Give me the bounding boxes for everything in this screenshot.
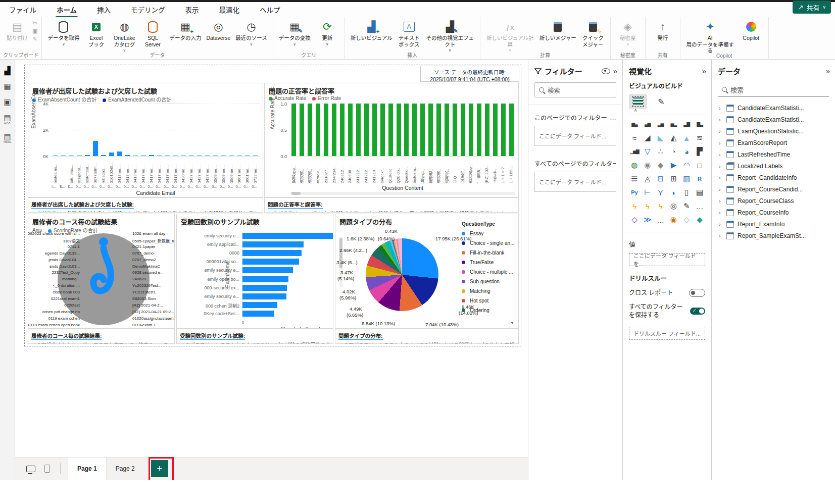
field-table-Report_ExamInfo[interactable]: ›Report_ExamInfo [712, 218, 835, 230]
gallery-kpi-icon[interactable]: ◬ [641, 174, 654, 184]
bar-0722me...[interactable] [253, 156, 258, 156]
bar-te1@bar...[interactable] [77, 156, 82, 156]
hbar-emily security e...[interactable] [242, 233, 333, 239]
rail-tmdl-view[interactable]: ▤TMDL [3, 133, 11, 144]
gallery-power-automate-icon[interactable]: ≫ [641, 215, 654, 225]
gallery-100-stacked-column-chart-icon[interactable]: ▇▃ [693, 119, 706, 129]
gallery-custom-visual-pentagon-icon[interactable]: ◇ [680, 215, 693, 225]
bar-evrgcxf..[interactable] [380, 104, 385, 156]
gallery-card-icon[interactable]: □ [693, 160, 706, 170]
gallery-azure-map-icon[interactable]: ▶ [667, 160, 680, 170]
ribbon-button-copilot[interactable]: Copilot [737, 19, 765, 42]
hbar-emily security e...[interactable] [242, 293, 286, 299]
cross-report-toggle[interactable] [689, 289, 705, 297]
bar-tutu.blac...[interactable] [69, 156, 74, 156]
bar-履修者..[interactable] [428, 104, 433, 156]
field-table-Report_SampleExamSt...[interactable]: ›Report_SampleExamSt... [712, 230, 835, 241]
all-pages-filter-dropzone[interactable]: ここにデータ フィールド... [534, 172, 616, 192]
tab-format-visual[interactable]: ✎ [652, 94, 670, 109]
hbar-0Key code+Sec...[interactable] [242, 311, 274, 317]
hbar-emily applicati...[interactable] [242, 241, 304, 247]
gallery-smart-narrative-icon[interactable]: ▤ [693, 187, 706, 197]
menu-tab-最適化[interactable]: 最適化 [218, 3, 241, 17]
field-table-Localized Labels[interactable]: ›Localized Labels [712, 160, 835, 172]
textbox-note-chart1[interactable]: 履修者が出席した試験および欠席した試験:このグラフは、各履修者が出席した試験およ… [28, 197, 263, 213]
collapse-pane-icon[interactable]: » [826, 67, 830, 75]
report-canvas[interactable]: ソース データの最終更新日時: 2025/10/07 9:41:04 (UTC … [15, 60, 528, 457]
gallery-key-influencers-icon[interactable]: ⊢ [641, 187, 654, 197]
bar-复印件..[interactable] [420, 104, 425, 156]
values-field-dropzone[interactable]: ここにデータ フィールドを... [629, 253, 705, 266]
legend-item[interactable]: Essay [462, 229, 514, 238]
legend-item[interactable]: Matching [462, 286, 514, 296]
field-table-CandidateExamStatisti...[interactable]: ›CandidateExamStatisti... [712, 114, 835, 125]
bar-0417me...[interactable] [149, 155, 154, 156]
gallery-qa-visual-icon[interactable]: ◗ [667, 187, 680, 197]
gallery-quick-calc-2-icon[interactable]: ϟ [641, 201, 654, 211]
bar-0509me...[interactable] [213, 156, 218, 156]
bar-241212 ..[interactable] [356, 104, 361, 156]
bar-#$%^<..[interactable] [316, 104, 320, 156]
rail-dax-query-view[interactable]: ▤DAX [4, 114, 11, 125]
bar-0417me...[interactable] [173, 156, 178, 156]
gallery-matrix-icon[interactable]: ▥ [680, 174, 693, 184]
scrollbar-thumb[interactable] [291, 192, 301, 195]
menu-tab-ホーム[interactable]: ホーム [56, 3, 78, 17]
ribbon-button-dataverse[interactable]: ◎Dataverse [204, 19, 233, 42]
bar-1 + 1 > ?[interactable] [501, 104, 506, 156]
visual-question-type-pie-chart[interactable]: 問題タイプの分布 0.43K1.6K (2.38%)(0.64%)17.95K … [335, 214, 519, 329]
bar-。"我说..[interactable] [477, 104, 481, 156]
bar-1 + 1Bb...[interactable] [509, 104, 514, 156]
bar-240606 ..[interactable] [348, 104, 353, 156]
ribbon-button-onelake[interactable]: ◍OneLake カタログ∨ [110, 19, 138, 54]
gallery-filled-map-icon[interactable]: ◉ [641, 160, 654, 170]
field-table-Report_CourseClass[interactable]: ›Report_CourseClass [712, 195, 835, 207]
bar-0509me...[interactable] [221, 156, 226, 156]
gallery-ribbon-chart-icon[interactable]: ≋ [693, 133, 706, 143]
ribbon-button-refresh[interactable]: ⟳更新∨ [313, 19, 341, 47]
bar-我与父..[interactable] [445, 104, 449, 156]
hbar-000001vital so...[interactable] [242, 259, 299, 265]
bar-231027 ..[interactable] [324, 104, 328, 156]
gallery-ellipsis-icon[interactable]: … [654, 215, 667, 225]
chevron-right-icon[interactable]: › [719, 210, 723, 216]
bar-0417me...[interactable] [157, 156, 162, 156]
bar-去列发vv..[interactable] [469, 104, 473, 156]
legend-item[interactable]: Choice - multiple ... [462, 267, 514, 277]
bar-0077adm...[interactable] [93, 141, 98, 156]
bar-0509me...[interactable] [229, 156, 234, 156]
bar-~!@#$..[interactable] [493, 104, 498, 156]
bar-0427me...[interactable] [189, 156, 194, 156]
gallery-paginated-report-icon[interactable]: ▯ [680, 187, 693, 197]
ribbon-button-recent-sources[interactable]: ◷最近のソース∨ [233, 19, 269, 47]
bar-240312 ..[interactable] [340, 104, 345, 156]
share-button[interactable]: ↗ 共有 ∨ [793, 1, 831, 14]
copy-icon[interactable]: ▣ [32, 28, 37, 34]
menu-tab-モデリング[interactable]: モデリング [130, 3, 166, 17]
bar-0417me...[interactable] [141, 156, 146, 156]
bar-0413me...[interactable] [125, 155, 130, 156]
bar-1[interactable] [61, 156, 66, 156]
bar-0601me...[interactable] [245, 156, 250, 156]
bar-241213 ..[interactable] [372, 104, 377, 156]
gallery-quick-calc-3-icon[interactable]: ϟ [654, 201, 667, 211]
bar-请列请..[interactable] [308, 104, 312, 156]
last-refresh-textbox[interactable]: ソース データの最終更新日時: 2025/10/07 9:41:04 (UTC … [420, 66, 519, 82]
bar-testdem..[interactable] [412, 104, 417, 156]
hbar-emily security e...[interactable] [242, 267, 293, 273]
rail-model-view[interactable]: ▣ [4, 98, 11, 106]
chevron-right-icon[interactable]: › [719, 117, 723, 123]
chevron-right-icon[interactable]: › [719, 163, 723, 169]
format-painter-icon[interactable]: ✎ [32, 36, 37, 42]
page-tab-Page 2[interactable]: Page 2 [107, 458, 144, 480]
collapse-pane-icon[interactable]: » [613, 67, 617, 75]
visual-accuracy-error-bar-chart[interactable]: 問題の正答率と誤答率 Accurate RateError Rate Accur… [264, 83, 519, 197]
gallery-treemap-icon[interactable]: ▛ [693, 146, 706, 157]
gallery-funnel-chart-icon[interactable]: ▽ [641, 146, 654, 157]
gallery-pie-chart-icon[interactable]: ◔ [667, 146, 680, 157]
visual-attended-absent-exams-bar-chart[interactable]: 履修者が出席した試験および欠席した試験 ExamAbsentCount の合計E… [28, 83, 263, 197]
data-search-input[interactable]: 検索 [718, 82, 829, 97]
legend-item[interactable]: Ordering [462, 306, 514, 315]
field-table-Report_CourseCandid...[interactable]: ›Report_CourseCandid... [712, 183, 835, 195]
menu-tab-表示[interactable]: 表示 [184, 3, 200, 17]
